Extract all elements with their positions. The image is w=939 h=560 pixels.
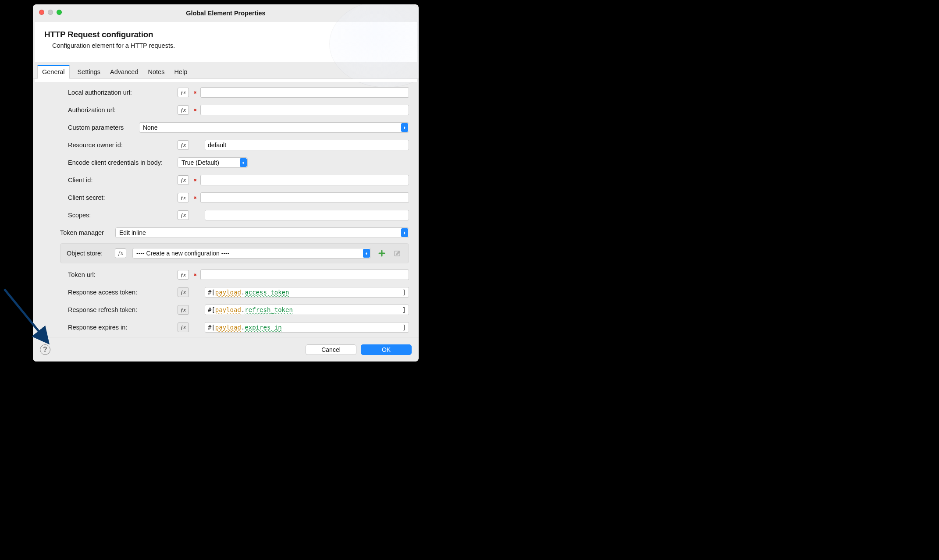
input-resource-owner-id[interactable] [205, 140, 409, 150]
expr-field: access_token [245, 289, 289, 296]
label-local-authorization-url: Local authorization url: [68, 89, 173, 96]
row-scopes: Scopes: ƒx [43, 207, 409, 223]
canvas: Global Element Properties HTTP Request c… [0, 0, 939, 560]
row-client-secret: Client secret: ƒx [43, 190, 409, 206]
fx-button[interactable]: ƒx [178, 323, 189, 332]
expr-payload: payload [215, 324, 241, 331]
row-local-authorization-url: Local authorization url: ƒx [43, 85, 409, 100]
label-object-store: Object store: [67, 250, 109, 257]
expr-payload: payload [215, 306, 241, 313]
error-icon [192, 90, 198, 95]
error-icon [192, 107, 198, 113]
select-value: Edit inline [119, 229, 146, 236]
object-store-panel: Object store: ƒx ---- Create a new confi… [60, 243, 409, 263]
select-value: True (Default) [181, 159, 219, 166]
form-scroll[interactable]: Local authorization url: ƒx Authorizatio… [35, 79, 417, 337]
input-authorization-url[interactable] [200, 105, 409, 115]
expr-prefix: #[ [208, 306, 215, 313]
tab-advanced[interactable]: Advanced [108, 66, 140, 78]
select-object-store[interactable]: ---- Create a new configuration ---- [132, 248, 371, 259]
label-custom-parameters: Custom parameters [68, 124, 135, 131]
label-resource-owner-id: Resource owner id: [68, 142, 173, 149]
dialog-footer: ? Cancel OK [33, 337, 419, 362]
row-response-access-token: Response access token: ƒx #[ payload . a… [43, 284, 409, 300]
dialog-body: Local authorization url: ƒx Authorizatio… [33, 79, 419, 337]
chevron-updown-icon [363, 249, 370, 258]
expr-field: expires_in [245, 324, 281, 331]
fx-button[interactable]: ƒx [178, 270, 189, 280]
label-response-expires-in: Response expires in: [68, 324, 173, 331]
label-token-url: Token url: [68, 271, 173, 278]
window-traffic-lights [39, 10, 62, 15]
input-client-secret[interactable] [200, 192, 409, 203]
tab-general[interactable]: General [37, 65, 70, 79]
row-client-id: Client id: ƒx [43, 172, 409, 188]
fx-button[interactable]: ƒx [115, 248, 126, 258]
select-token-manager[interactable]: Edit inline [115, 227, 409, 238]
dialog-window: Global Element Properties HTTP Request c… [33, 4, 419, 362]
edit-configuration-button[interactable] [393, 248, 402, 258]
input-token-url[interactable] [200, 269, 409, 280]
fx-button[interactable]: ƒx [178, 193, 189, 202]
error-icon [192, 272, 198, 277]
expr-payload: payload [215, 289, 241, 296]
tab-settings[interactable]: Settings [76, 66, 102, 78]
expr-close: ] [402, 289, 406, 296]
fx-button[interactable]: ƒx [178, 305, 189, 315]
chevron-updown-icon [401, 123, 408, 132]
input-response-expires-in[interactable]: #[ payload . expires_in ] [205, 322, 409, 333]
expr-prefix: #[ [208, 324, 215, 331]
label-token-manager: Token manager [60, 229, 111, 236]
chevron-updown-icon [401, 228, 408, 237]
fx-button[interactable]: ƒx [178, 210, 189, 220]
input-response-access-token[interactable]: #[ payload . access_token ] [205, 287, 409, 298]
row-response-expires-in: Response expires in: ƒx #[ payload . exp… [43, 319, 409, 335]
header-panel: HTTP Request configuration Configuration… [35, 22, 417, 62]
input-response-refresh-token[interactable]: #[ payload . refresh_token ] [205, 305, 409, 315]
error-icon [192, 177, 198, 183]
expr-close: ] [402, 306, 406, 313]
select-custom-parameters[interactable]: None [139, 122, 409, 133]
expr-field: refresh_token [245, 306, 293, 313]
input-local-authorization-url[interactable] [200, 87, 409, 98]
minimize-window-button[interactable] [48, 10, 53, 15]
select-encode-client-credentials[interactable]: True (Default) [178, 157, 248, 168]
input-scopes[interactable] [205, 210, 409, 220]
add-configuration-button[interactable] [377, 248, 387, 258]
window-title: Global Element Properties [186, 10, 265, 17]
row-token-url: Token url: ƒx [43, 267, 409, 283]
row-custom-parameters: Custom parameters None [43, 120, 409, 135]
fx-button[interactable]: ƒx [178, 175, 189, 185]
row-token-manager: Token manager Edit inline [43, 225, 409, 241]
help-button[interactable]: ? [40, 344, 50, 355]
chevron-updown-icon [240, 158, 247, 167]
cancel-button[interactable]: Cancel [306, 344, 356, 355]
fx-button[interactable]: ƒx [178, 287, 189, 297]
label-response-refresh-token: Response refresh token: [68, 306, 173, 313]
scroll-cutoff [35, 79, 417, 82]
expr-close: ] [402, 324, 406, 331]
row-encode-client-credentials: Encode client credentials in body: True … [43, 155, 409, 170]
label-client-secret: Client secret: [68, 194, 173, 201]
row-authorization-url: Authorization url: ƒx [43, 102, 409, 118]
expr-dot: . [241, 324, 245, 331]
tab-help[interactable]: Help [172, 66, 189, 78]
select-value: None [143, 124, 157, 131]
label-client-id: Client id: [68, 177, 173, 184]
label-encode-client-credentials: Encode client credentials in body: [68, 159, 173, 166]
expr-dot: . [241, 306, 245, 313]
fx-button[interactable]: ƒx [178, 88, 189, 97]
close-window-button[interactable] [39, 10, 44, 15]
input-client-id[interactable] [200, 175, 409, 185]
row-response-refresh-token: Response refresh token: ƒx #[ payload . … [43, 302, 409, 318]
row-resource-owner-id: Resource owner id: ƒx [43, 137, 409, 153]
fx-button[interactable]: ƒx [178, 140, 189, 150]
expr-dot: . [241, 289, 245, 296]
expr-prefix: #[ [208, 289, 215, 296]
ok-button[interactable]: OK [361, 344, 412, 355]
zoom-window-button[interactable] [57, 10, 62, 15]
error-icon [192, 195, 198, 200]
tab-notes[interactable]: Notes [146, 66, 167, 78]
label-scopes: Scopes: [68, 212, 173, 219]
fx-button[interactable]: ƒx [178, 105, 189, 115]
